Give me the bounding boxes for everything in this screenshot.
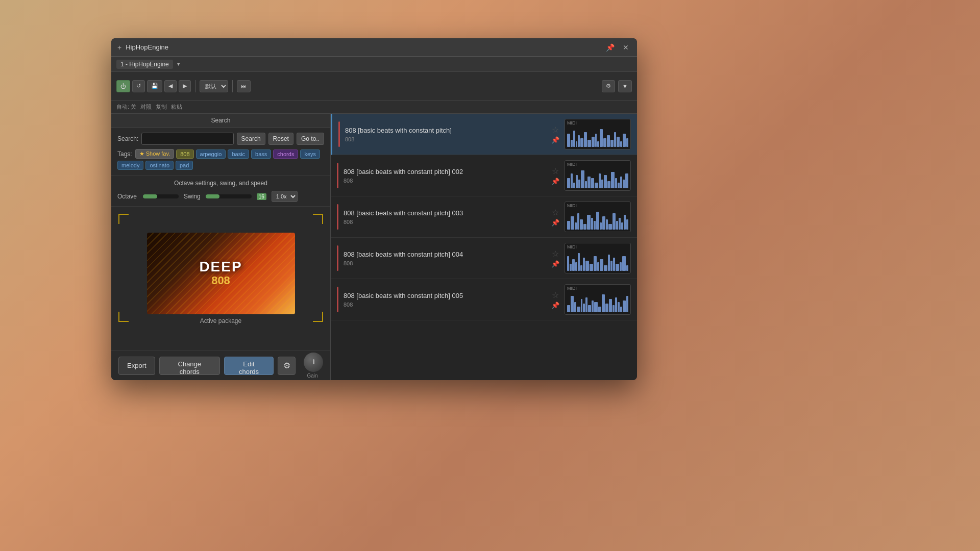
- copy-label: 复制: [156, 103, 167, 111]
- beat-midi-2: MIDI: [565, 160, 631, 191]
- gain-label: Gain: [307, 373, 317, 379]
- midi-label: MIDI: [567, 120, 577, 126]
- midi-bar: [594, 302, 597, 312]
- midi-bar: [608, 224, 611, 230]
- octave-label: Octave: [117, 193, 138, 200]
- bracket-top-left: [118, 214, 129, 224]
- bottom-bar: Export Change chords Edit chords ⚙ Gain: [111, 350, 330, 380]
- export-button[interactable]: Export: [118, 357, 155, 375]
- midi-bar: [571, 296, 574, 312]
- midi-bar: [597, 141, 599, 147]
- beat-star-1[interactable]: ☆: [552, 125, 559, 135]
- midi-bar: [578, 180, 580, 188]
- power-button[interactable]: ⏻: [116, 80, 130, 92]
- artwork-subtitle: 808: [199, 274, 242, 287]
- tag-keys[interactable]: keys: [300, 149, 320, 159]
- beat-pin-1[interactable]: 📌: [551, 136, 559, 144]
- app-window: + HipHopEngine 📌 ✕ 1 - HipHopEngine ▼ ⏻ …: [111, 38, 637, 380]
- beat-star-4[interactable]: ☆: [552, 249, 559, 259]
- beat-info: 808 [basic beats with constant pitch] 00…: [344, 292, 546, 308]
- midi-bar: [581, 299, 583, 312]
- midi-label: MIDI: [567, 244, 577, 249]
- speed-select[interactable]: 1.0x 0.5x 1.5x 2.0x: [272, 191, 298, 202]
- midi-bar: [590, 264, 593, 271]
- midi-bar: [608, 255, 610, 271]
- search-label: Search:: [117, 135, 138, 142]
- octave-slider[interactable]: [143, 194, 179, 198]
- midi-bar: [609, 299, 612, 312]
- midi-bar: [595, 134, 597, 147]
- midi-label: MIDI: [567, 286, 577, 291]
- tag-melody[interactable]: melody: [117, 161, 143, 170]
- midi-bar: [581, 170, 584, 188]
- toolbar-transport: ⏻ ↺ 💾 ◀ ▶ 默认 ⏭: [116, 80, 251, 92]
- swing-slider[interactable]: [206, 194, 252, 198]
- tag-fav[interactable]: ★ Show fav.: [135, 149, 175, 159]
- beat-pin-2[interactable]: 📌: [551, 178, 559, 185]
- beat-pin-4[interactable]: 📌: [551, 260, 559, 268]
- beat-item-3[interactable]: 808 [basic beats with constant pitch] 00…: [331, 196, 637, 238]
- auto-label: 自动: 关: [116, 103, 136, 111]
- beat-subtitle: 808: [344, 219, 546, 225]
- next-button[interactable]: ▶: [179, 80, 191, 92]
- reset-button[interactable]: Reset: [268, 133, 293, 145]
- tag-pad[interactable]: pad: [176, 161, 193, 170]
- midi-bar: [594, 221, 596, 230]
- beat-item-5[interactable]: 808 [basic beats with constant pitch] 00…: [331, 279, 637, 320]
- tag-basic[interactable]: basic: [228, 149, 249, 159]
- beat-item-1[interactable]: 808 [basic beats with constant pitch] 80…: [331, 114, 637, 155]
- prev-button[interactable]: ◀: [164, 80, 177, 92]
- tag-ostinato[interactable]: ostinato: [145, 161, 174, 170]
- main-content: Search Search: Search Reset Go to.. Tags…: [111, 114, 637, 380]
- midi-bar: [620, 307, 622, 312]
- preset-dropdown-icon[interactable]: ▼: [176, 61, 181, 67]
- gain-knob[interactable]: [304, 353, 323, 372]
- beat-actions: ☆ 📌: [551, 249, 559, 268]
- midi-bar: [623, 180, 625, 188]
- search-button[interactable]: Search: [237, 133, 265, 145]
- right-panel: 808 [basic beats with constant pitch] 80…: [331, 114, 637, 380]
- beat-pin-5[interactable]: 📌: [551, 302, 559, 309]
- beat-star-2[interactable]: ☆: [552, 166, 559, 176]
- tag-bass[interactable]: bass: [251, 149, 271, 159]
- revert-button[interactable]: ↺: [132, 80, 145, 92]
- beat-star-3[interactable]: ☆: [552, 208, 559, 217]
- midi-bar: [575, 262, 577, 271]
- midi-bar: [600, 222, 602, 230]
- midi-bar: [567, 178, 570, 188]
- settings-row: 自动: 关 对照 复制 粘贴: [111, 101, 637, 114]
- preset-name: 1 - HipHopEngine: [116, 60, 173, 69]
- beat-star-5[interactable]: ☆: [552, 290, 559, 300]
- settings-arrow-button[interactable]: ▼: [618, 80, 632, 92]
- search-input[interactable]: [141, 133, 233, 145]
- edit-chords-button[interactable]: Edit chords: [224, 357, 274, 375]
- settings-gear-button[interactable]: ⚙: [602, 80, 615, 92]
- change-chords-button[interactable]: Change chords: [159, 357, 220, 375]
- midi-bar: [620, 177, 622, 188]
- pin-button[interactable]: 📌: [604, 42, 617, 53]
- goto-button[interactable]: Go to..: [297, 133, 324, 145]
- midi-bar: [585, 261, 589, 271]
- beat-actions: ☆ 📌: [551, 290, 559, 309]
- skip-button[interactable]: ⏭: [237, 80, 251, 92]
- tag-arpeggio[interactable]: arpeggio: [196, 149, 226, 159]
- preset-select[interactable]: 默认: [200, 80, 228, 92]
- beat-title: 808 [basic beats with constant pitch] 00…: [344, 168, 546, 176]
- close-button[interactable]: ✕: [621, 42, 631, 53]
- midi-bar: [571, 140, 573, 147]
- beat-pin-3[interactable]: 📌: [551, 219, 559, 227]
- beat-item-2[interactable]: 808 [basic beats with constant pitch] 00…: [331, 155, 637, 196]
- save-button[interactable]: 💾: [147, 80, 162, 92]
- tag-808[interactable]: 808: [176, 149, 193, 159]
- beat-item-4[interactable]: 808 [basic beats with constant pitch] 00…: [331, 238, 637, 279]
- midi-bar: [592, 300, 594, 312]
- bottom-settings-button[interactable]: ⚙: [278, 357, 296, 375]
- midi-label: MIDI: [567, 162, 577, 167]
- app-title: HipHopEngine: [126, 43, 600, 51]
- midi-bar: [583, 258, 585, 271]
- tag-chords[interactable]: chords: [273, 149, 298, 159]
- midi-bar: [625, 173, 628, 188]
- bracket-top-right: [313, 214, 323, 224]
- midi-bar: [607, 181, 610, 188]
- octave-settings-title: Octave settings, swing, and speed: [117, 180, 324, 187]
